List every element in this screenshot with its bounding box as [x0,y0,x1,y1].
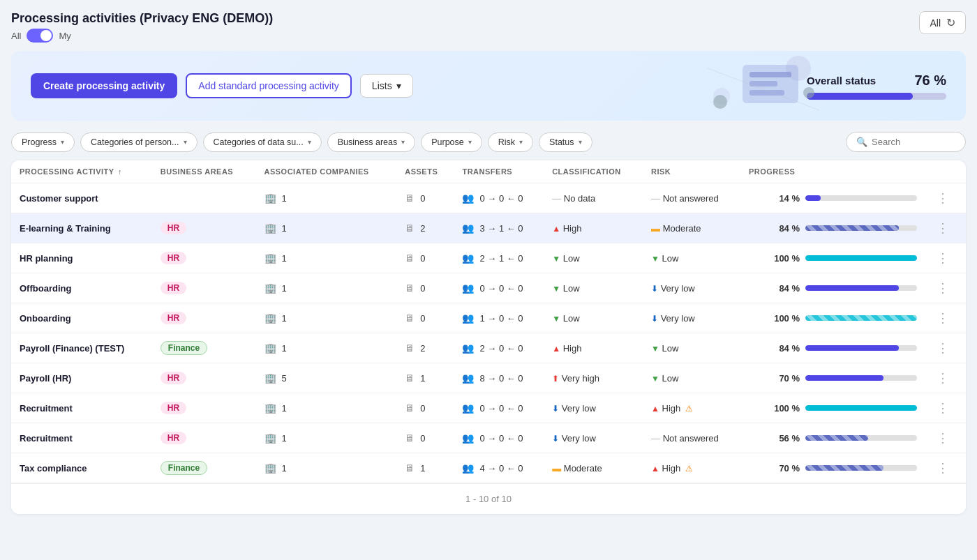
table-row[interactable]: Payroll (HR) HR 🏢5 🖥1 👥8 → 0 ← 0 ⬆ Very … [11,363,966,393]
row-menu-button[interactable]: ⋮ [934,281,952,295]
cell-activity-name: E-learning & Training [11,213,152,243]
business-area-tag: HR [161,312,186,324]
cell-risk: ▼ Low [643,243,740,273]
cell-menu[interactable]: ⋮ [925,333,966,363]
filter-purpose-label: Purpose [431,137,464,147]
warning-icon: ⚠ [685,464,693,474]
table-row[interactable]: E-learning & Training HR 🏢1 🖥2 👥3 → 1 ← … [11,213,966,243]
lists-label: Lists [372,80,392,91]
cell-menu[interactable]: ⋮ [925,393,966,423]
refresh-icon[interactable]: ↻ [946,16,955,29]
cell-menu[interactable]: ⋮ [925,243,966,273]
add-standard-processing-button[interactable]: Add standard processing activity [186,73,352,98]
filter-purpose[interactable]: Purpose ▾ [421,133,482,152]
row-menu-button[interactable]: ⋮ [934,311,952,325]
building-icon: 🏢 [264,462,276,474]
row-menu-button[interactable]: ⋮ [934,341,952,355]
table-row[interactable]: Tax compliance Finance 🏢1 🖥1 👥4 → 0 ← 0 … [11,453,966,483]
cell-menu[interactable]: ⋮ [925,363,966,393]
create-processing-activity-button[interactable]: Create processing activity [31,73,177,98]
table-row[interactable]: Customer support 🏢1 🖥0 👥0 → 0 ← 0 — No d… [11,183,966,213]
cell-classification: ▲ High [544,213,643,243]
filter-business-areas[interactable]: Business areas ▾ [327,133,415,152]
search-box[interactable]: 🔍 [846,132,966,152]
people-icon: 👥 [462,252,474,264]
progress-percent: 84 % [775,223,800,234]
cell-menu[interactable]: ⋮ [925,303,966,333]
col-business-areas[interactable]: BUSINESS AREAS [152,160,256,183]
chevron-down-icon: ▾ [61,138,64,146]
svg-point-7 [803,87,814,98]
cell-menu[interactable]: ⋮ [925,273,966,303]
business-area-tag: HR [161,282,186,294]
business-area-tag: Finance [161,461,207,475]
people-icon: 👥 [462,342,474,354]
filter-categories-data-label: Categories of data su... [214,137,304,147]
row-menu-button[interactable]: ⋮ [934,371,952,385]
cell-activity-name: Customer support [11,183,152,213]
business-area-tag: HR [161,222,186,234]
col-classification[interactable]: CLASSIFICATION [544,160,643,183]
filter-risk[interactable]: Risk ▾ [488,133,533,152]
all-dropdown[interactable]: All ↻ [919,11,966,34]
all-my-toggle[interactable] [27,29,53,43]
col-transfers[interactable]: TRANSFERS [454,160,544,183]
cell-menu[interactable]: ⋮ [925,453,966,483]
overall-progress-bar [807,93,946,100]
row-menu-button[interactable]: ⋮ [934,221,952,235]
people-icon: 👥 [462,432,474,444]
col-progress[interactable]: PROGRESS [740,160,925,183]
business-area-tag: HR [161,372,186,384]
row-menu-button[interactable]: ⋮ [934,191,952,205]
table-row[interactable]: Offboarding HR 🏢1 🖥0 👥0 → 0 ← 0 ▼ Low ⬇ … [11,273,966,303]
cell-activity-name: Offboarding [11,273,152,303]
cell-menu[interactable]: ⋮ [925,213,966,243]
cell-progress: 100 % [740,303,925,333]
progress-bar [805,225,917,231]
classification-label: High [563,343,582,354]
svg-rect-3 [749,72,791,77]
row-menu-button[interactable]: ⋮ [934,251,952,265]
dash-icon: — [651,193,660,204]
lists-button[interactable]: Lists ▾ [360,74,413,98]
people-icon: 👥 [462,282,474,294]
cell-progress: 56 % [740,423,925,453]
col-risk[interactable]: RISK [643,160,740,183]
filter-categories-person-label: Categories of person... [91,137,179,147]
cell-activity-name: Payroll (HR) [11,363,152,393]
classification-label: Low [563,313,580,324]
table-row[interactable]: Recruitment HR 🏢1 🖥0 👥0 → 0 ← 0 ⬇ Very l… [11,423,966,453]
cell-progress: 70 % [740,363,925,393]
table-row[interactable]: Payroll (Finance) (TEST) Finance 🏢1 🖥2 👥… [11,333,966,363]
col-assets[interactable]: ASSETS [396,160,454,183]
cell-classification: — No data [544,183,643,213]
row-menu-button[interactable]: ⋮ [934,431,952,445]
cell-companies: 🏢1 [256,243,397,273]
cell-menu[interactable]: ⋮ [925,423,966,453]
filter-categories-data[interactable]: Categories of data su... ▾ [203,133,322,152]
filter-status[interactable]: Status ▾ [539,133,592,152]
risk-label: Very low [661,283,695,294]
progress-bar-fill [805,225,899,231]
search-input[interactable] [872,137,955,147]
arrow-down-icon: ▼ [651,344,659,354]
filter-categories-person[interactable]: Categories of person... ▾ [80,133,197,152]
cell-activity-name: Tax compliance [11,453,152,483]
monitor-icon: 🖥 [405,432,415,444]
col-associated-companies[interactable]: ASSOCIATED COMPANIES [256,160,397,183]
cell-progress: 84 % [740,273,925,303]
table-row[interactable]: HR planning HR 🏢1 🖥0 👥2 → 1 ← 0 ▼ Low ▼ … [11,243,966,273]
table-row[interactable]: Onboarding HR 🏢1 🖥0 👥1 → 0 ← 0 ▼ Low ⬇ V… [11,303,966,333]
progress-percent: 70 % [775,463,800,474]
classification-dash: — [552,193,561,204]
row-menu-button[interactable]: ⋮ [934,461,952,475]
table-row[interactable]: Recruitment HR 🏢1 🖥0 👥0 → 0 ← 0 ⬇ Very l… [11,393,966,423]
col-processing-activity[interactable]: PROCESSING ACTIVITY ↑ [11,160,152,183]
people-icon: 👥 [462,222,474,234]
cell-menu[interactable]: ⋮ [925,183,966,213]
filter-progress[interactable]: Progress ▾ [11,133,75,152]
row-menu-button[interactable]: ⋮ [934,401,952,415]
moderate-icon: ▬ [552,463,561,474]
cell-transfers: 👥0 → 0 ← 0 [454,393,544,423]
progress-percent: 84 % [775,283,800,294]
